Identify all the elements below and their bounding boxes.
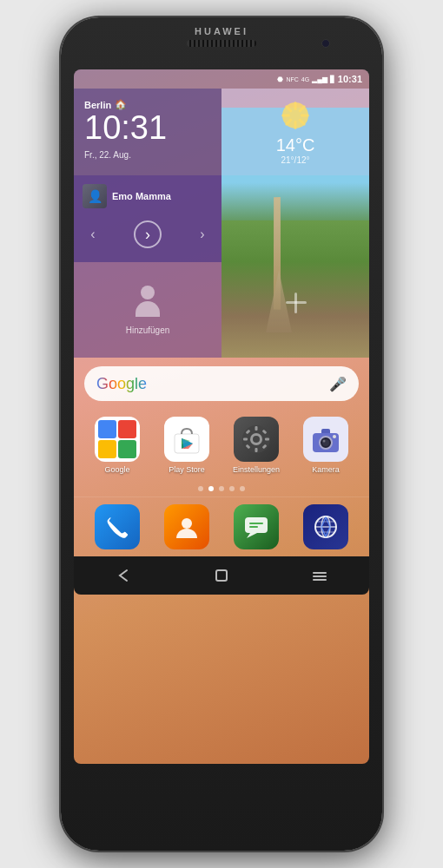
clock-time: 10:31: [84, 110, 211, 147]
contact-avatar: 👤: [83, 184, 107, 208]
app-label-playstore: Play Store: [169, 465, 205, 474]
svg-rect-22: [245, 517, 268, 533]
prev-contact-button[interactable]: ‹: [83, 224, 103, 245]
app-item-settings[interactable]: Einstellungen: [227, 417, 286, 474]
weather-range: 21°/12°: [281, 155, 309, 165]
svg-rect-24: [249, 523, 263, 524]
page-dot-4[interactable]: [229, 486, 235, 491]
page-dot-5[interactable]: [240, 486, 245, 491]
plus-vertical: [294, 293, 297, 313]
app-item-playstore[interactable]: Play Store: [157, 417, 216, 474]
google-app-icon: [95, 417, 140, 462]
app-label-camera: Kamera: [312, 465, 340, 474]
nav-bar: [74, 556, 369, 595]
contact-name: Emo Mamma: [112, 191, 171, 201]
status-time: 10:31: [338, 74, 362, 84]
page-dot-3[interactable]: [219, 486, 224, 491]
4g-icon: 4G: [301, 76, 309, 82]
sun-circle: [282, 102, 308, 128]
camera-svg: [310, 424, 341, 455]
dock-item-messages[interactable]: [227, 504, 286, 549]
phone-device: HUAWEI ⬣ NFC 4G ▂▄▆ ▊ 10:31 Berlin 🏠: [61, 17, 382, 851]
messages-svg: [243, 514, 269, 540]
contacts-svg: [174, 514, 200, 540]
google-search-bar[interactable]: Google 🎤: [84, 366, 359, 401]
dock: [74, 496, 369, 556]
status-icons: ⬣ NFC 4G ▂▄▆ ▊ 10:31: [277, 74, 362, 84]
contact-nav: ‹ › ›: [83, 215, 213, 253]
page-dot-1[interactable]: [198, 486, 203, 491]
camera-app-icon: [303, 417, 348, 462]
brand-label: HUAWEI: [195, 26, 248, 36]
settings-app-icon: [234, 417, 279, 462]
app-label-settings: Einstellungen: [233, 465, 280, 474]
page-dots: [74, 481, 369, 496]
svg-point-21: [182, 518, 192, 529]
home-button[interactable]: [204, 558, 239, 593]
svg-rect-25: [249, 526, 258, 528]
weather-temp: 14°C: [276, 135, 315, 155]
plus-icon: [281, 287, 312, 319]
contacts-dock-icon: [164, 504, 209, 549]
back-button[interactable]: [106, 558, 141, 593]
bluetooth-icon: ⬣: [277, 76, 283, 83]
battery-icon: ▊: [330, 76, 335, 83]
widgets-row: Berlin 🏠 10:31 Fr., 22. Aug.: [74, 89, 369, 262]
svg-rect-11: [265, 438, 269, 441]
apps-grid: Google: [74, 410, 369, 481]
dock-item-contacts[interactable]: [157, 504, 216, 549]
svg-rect-32: [216, 570, 227, 581]
back-arrow-icon: [115, 567, 132, 584]
weather-widget[interactable]: 14°C 21°/12°: [222, 89, 369, 175]
phone-top-bar: HUAWEI: [61, 17, 382, 69]
nfc-icon: NFC: [286, 76, 298, 82]
browser-dock-icon: [303, 504, 348, 549]
svg-point-19: [323, 440, 326, 443]
next-contact-button[interactable]: ›: [192, 224, 213, 245]
microphone-icon[interactable]: 🎤: [329, 376, 347, 392]
playstore-svg: [171, 424, 202, 455]
svg-rect-8: [255, 426, 258, 431]
status-bar: ⬣ NFC 4G ▂▄▆ ▊ 10:31: [74, 69, 369, 89]
browser-svg: [313, 514, 339, 540]
playstore-app-icon: [164, 417, 209, 462]
menu-button[interactable]: [302, 558, 337, 593]
phone-dock-icon: [95, 504, 140, 549]
signal-icon: ▂▄▆: [312, 76, 327, 83]
add-contact-label: Hinzufügen: [126, 326, 170, 335]
front-camera: [321, 39, 330, 48]
svg-marker-23: [247, 533, 257, 538]
contact-action-button[interactable]: ›: [134, 220, 162, 248]
home-icon: [213, 567, 230, 584]
add-contact-widget[interactable]: Hinzufügen: [74, 262, 222, 358]
app-label-google: Google: [104, 465, 129, 474]
svg-point-7: [253, 436, 260, 443]
clock-date: Fr., 22. Aug.: [84, 150, 211, 160]
phone-icon-svg: [104, 514, 130, 540]
messages-dock-icon: [234, 504, 279, 549]
dock-item-phone[interactable]: [88, 504, 147, 549]
person-head: [141, 286, 155, 299]
sun-icon: [272, 99, 320, 132]
speaker-grill: [187, 40, 256, 47]
settings-gear-svg: [241, 424, 271, 454]
dock-item-browser[interactable]: [296, 504, 355, 549]
menu-icon: [311, 567, 328, 584]
phone-screen: ⬣ NFC 4G ▂▄▆ ▊ 10:31 Berlin 🏠 10:31 Fr.,…: [74, 69, 369, 764]
app-item-google[interactable]: Google: [88, 417, 147, 474]
svg-rect-10: [243, 438, 248, 441]
contact-header: 👤 Emo Mamma: [83, 184, 213, 208]
person-icon: [130, 286, 165, 320]
svg-point-20: [333, 435, 336, 438]
page-dot-2[interactable]: [208, 486, 214, 491]
contacts-widget[interactable]: 👤 Emo Mamma ‹ › ›: [74, 175, 222, 262]
svg-rect-9: [255, 448, 258, 452]
google-logo: Google: [96, 375, 147, 393]
app-item-camera[interactable]: Kamera: [296, 417, 355, 474]
person-body: [136, 301, 160, 317]
